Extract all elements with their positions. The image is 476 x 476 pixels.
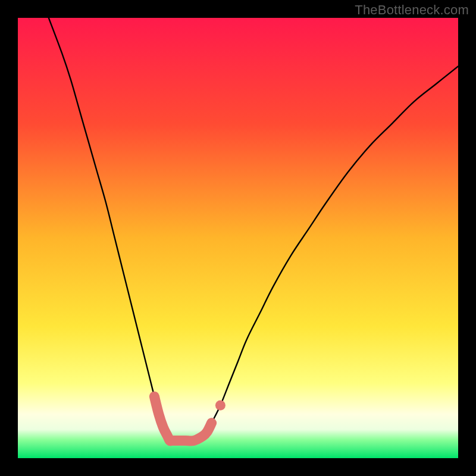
highlight-dot	[215, 400, 226, 411]
gradient-background	[18, 18, 458, 458]
chart-frame: TheBottleneck.com	[0, 0, 476, 476]
attribution-label: TheBottleneck.com	[355, 2, 469, 18]
bottleneck-chart	[18, 18, 458, 458]
plot-area	[18, 18, 458, 458]
